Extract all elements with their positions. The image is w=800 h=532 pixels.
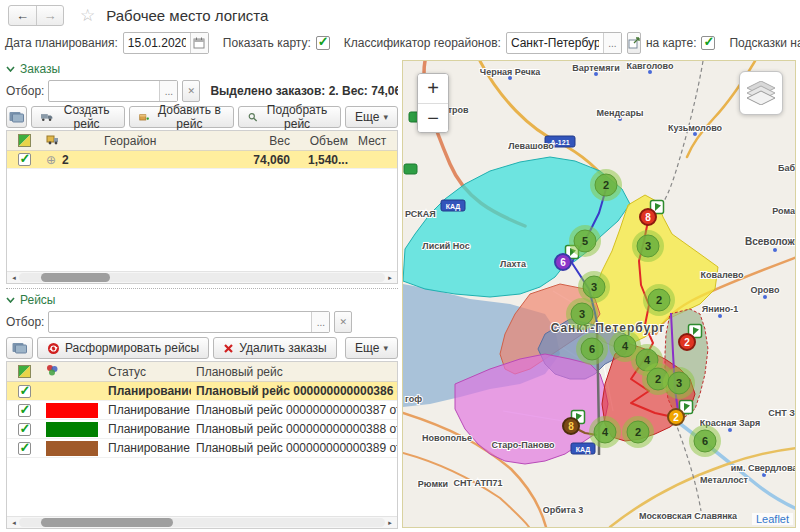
route-point-marker[interactable]: 6: [555, 254, 571, 270]
delete-orders-button[interactable]: Удалить заказы: [213, 337, 337, 359]
cluster-count: 2: [603, 179, 609, 191]
trips-horizontal-scrollbar[interactable]: ◂ ▸: [7, 516, 397, 528]
cluster-marker[interactable]: 4: [589, 416, 621, 448]
trip-row[interactable]: ПланированиеПлановый рейс 00000000000038…: [7, 420, 397, 439]
layers-control-button[interactable]: [739, 71, 783, 115]
orders-filter-dots-button[interactable]: ...: [159, 81, 177, 101]
route-point-marker[interactable]: 2: [679, 334, 695, 350]
color-column-header[interactable]: [41, 364, 103, 379]
scroll-left-icon[interactable]: ◂: [9, 519, 19, 527]
orders-section-header[interactable]: Заказы: [6, 60, 398, 78]
georegion-column-header[interactable]: Георайон: [99, 134, 239, 148]
orders-filter-row: Отбор: ... ✕ Выделено заказов: 2. Вес: 7…: [6, 78, 398, 104]
trip-status: Планирование: [103, 441, 191, 455]
trip-row[interactable]: ПланированиеПлановый рейс 00000000000038…: [7, 439, 397, 458]
cluster-marker[interactable]: 6: [576, 333, 608, 365]
map-place-label: СНТ З: [768, 408, 795, 418]
orders-filter-clear-icon[interactable]: ✕: [182, 80, 200, 102]
show-map-checkbox[interactable]: [316, 36, 330, 50]
orders-filter-input[interactable]: [49, 84, 159, 98]
map-place-label: Янино-1: [702, 304, 738, 314]
zoom-in-button[interactable]: +: [418, 74, 448, 103]
delete-orders-label: Удалить заказы: [239, 341, 327, 355]
order-icon-column-header[interactable]: [41, 134, 99, 148]
route-point-marker[interactable]: 8: [563, 418, 579, 434]
disband-trips-label: Расформировать рейсы: [65, 341, 199, 355]
back-button[interactable]: ←: [9, 6, 36, 25]
volume-column-header[interactable]: Объем: [295, 134, 353, 148]
select-all-column-header[interactable]: [7, 365, 41, 378]
map-mode-button[interactable]: [6, 106, 27, 128]
expand-icon[interactable]: ⊕: [46, 153, 56, 167]
cluster-marker[interactable]: 2: [622, 416, 654, 448]
cluster-marker[interactable]: 2: [643, 284, 675, 316]
cluster-marker[interactable]: 2: [590, 169, 622, 201]
open-classifier-icon[interactable]: [627, 32, 641, 54]
choose-dots-button[interactable]: ...: [603, 33, 621, 53]
orders-scroll-track[interactable]: [19, 273, 385, 282]
weight-column-header[interactable]: Вес: [239, 134, 295, 148]
trips-filter-dots-button[interactable]: ...: [311, 312, 329, 332]
scroll-left-icon[interactable]: ◂: [9, 274, 19, 282]
back-icon: ←: [16, 8, 29, 23]
route-point-marker[interactable]: 8: [640, 209, 656, 225]
trips-section-header[interactable]: Рейсы: [6, 291, 398, 309]
orders-scroll-thumb[interactable]: [41, 273, 111, 282]
trips-scroll-track[interactable]: [19, 518, 385, 527]
map-attribution[interactable]: Leaflet: [752, 513, 793, 525]
trip-column-header[interactable]: Плановый рейс: [191, 365, 397, 379]
favorite-star-icon[interactable]: ☆: [80, 5, 95, 26]
cluster-marker[interactable]: 3: [566, 298, 598, 330]
trips-scroll-thumb[interactable]: [41, 518, 173, 527]
map-place-label: им. Свердлова: [731, 463, 796, 473]
trip-row[interactable]: ПланированиеПлановый рейс 00000000000038…: [7, 382, 397, 401]
disband-trips-button[interactable]: Расформировать рейсы: [37, 337, 209, 359]
forward-button[interactable]: →: [36, 6, 63, 25]
trip-row[interactable]: ПланированиеПлановый рейс 00000000000038…: [7, 401, 397, 420]
flag-select-icon: [18, 134, 31, 147]
scroll-right-icon[interactable]: ▸: [385, 519, 395, 527]
classifier-input[interactable]: [507, 36, 603, 50]
map-place-label: Мендсары: [597, 108, 644, 118]
pick-trip-button[interactable]: Подобрать рейс: [238, 106, 341, 128]
on-map-checkbox[interactable]: [701, 36, 715, 50]
trip-status: Планирование: [103, 384, 191, 398]
create-trip-button[interactable]: Создать рейс: [31, 106, 125, 128]
calendar-icon[interactable]: [190, 33, 208, 53]
trips-more-button[interactable]: Еще ▾: [345, 337, 398, 359]
trips-table-header[interactable]: Статус Плановый рейс: [7, 362, 397, 382]
trip-row-checkbox[interactable]: [18, 404, 31, 417]
order-row-checkbox[interactable]: [18, 153, 31, 166]
trip-row-checkbox[interactable]: [18, 423, 31, 436]
cluster-count: 4: [602, 426, 609, 438]
orders-table-header[interactable]: Георайон Вес Объем Мест: [7, 131, 397, 151]
cluster-marker[interactable]: 5: [569, 225, 601, 257]
leaflet-map[interactable]: КАДА-121КАДЧерная РечкаВартемягиКавголов…: [403, 61, 796, 527]
order-row[interactable]: ⊕2 74,060 1,540...: [7, 151, 397, 169]
town-dot: [728, 428, 732, 432]
trips-table-empty-area: [7, 458, 397, 516]
map-panel[interactable]: КАДА-121КАДЧерная РечкаВартемягиКавголов…: [402, 60, 796, 528]
trip-row-checkbox[interactable]: [18, 385, 31, 398]
planning-date-input[interactable]: [124, 36, 190, 50]
trips-filter-clear-icon[interactable]: ✕: [334, 311, 352, 333]
scroll-right-icon[interactable]: ▸: [385, 274, 395, 282]
route-point-marker[interactable]: 2: [668, 409, 684, 425]
orders-more-button[interactable]: Еще ▾: [345, 106, 398, 128]
cluster-marker[interactable]: 3: [663, 367, 695, 399]
select-all-column-header[interactable]: [7, 134, 41, 147]
map-place-label: СНТ АТП71: [453, 478, 502, 488]
map-place-label: Орово: [751, 285, 780, 295]
route-color-swatch: [46, 441, 98, 456]
cluster-marker[interactable]: 3: [632, 230, 664, 262]
trip-row-checkbox[interactable]: [18, 442, 31, 455]
cluster-marker[interactable]: 6: [689, 425, 721, 457]
add-to-trip-button[interactable]: Добавить в рейс: [129, 106, 234, 128]
places-column-header[interactable]: Мест: [353, 134, 397, 148]
section-splitter[interactable]: [6, 288, 398, 289]
orders-horizontal-scrollbar[interactable]: ◂ ▸: [7, 271, 397, 283]
zoom-out-button[interactable]: −: [418, 103, 448, 132]
status-column-header[interactable]: Статус: [103, 365, 191, 379]
trips-map-mode-button[interactable]: [6, 337, 33, 359]
trips-filter-input[interactable]: [49, 315, 311, 329]
